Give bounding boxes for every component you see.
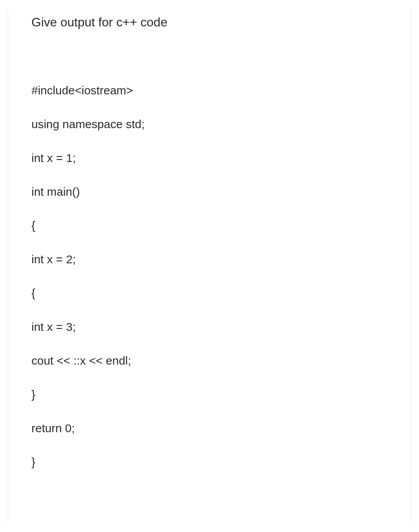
code-line: #include<iostream> — [31, 82, 388, 99]
code-line: } — [31, 453, 388, 471]
code-line: int x = 3; — [31, 318, 388, 336]
code-line: return 0; — [31, 419, 388, 437]
code-line: { — [31, 284, 388, 302]
code-line: int x = 2; — [31, 250, 388, 268]
question-heading: Give output for c++ code — [31, 14, 388, 31]
code-line: { — [31, 217, 388, 234]
code-line: cout << ::x << endl; — [31, 352, 388, 369]
code-line: int x = 1; — [31, 149, 388, 167]
code-line: } — [31, 386, 388, 403]
code-line: int main() — [31, 183, 388, 200]
code-line: using namespace std; — [31, 115, 388, 133]
document-container: Give output for c++ code #include<iostre… — [8, 10, 411, 522]
